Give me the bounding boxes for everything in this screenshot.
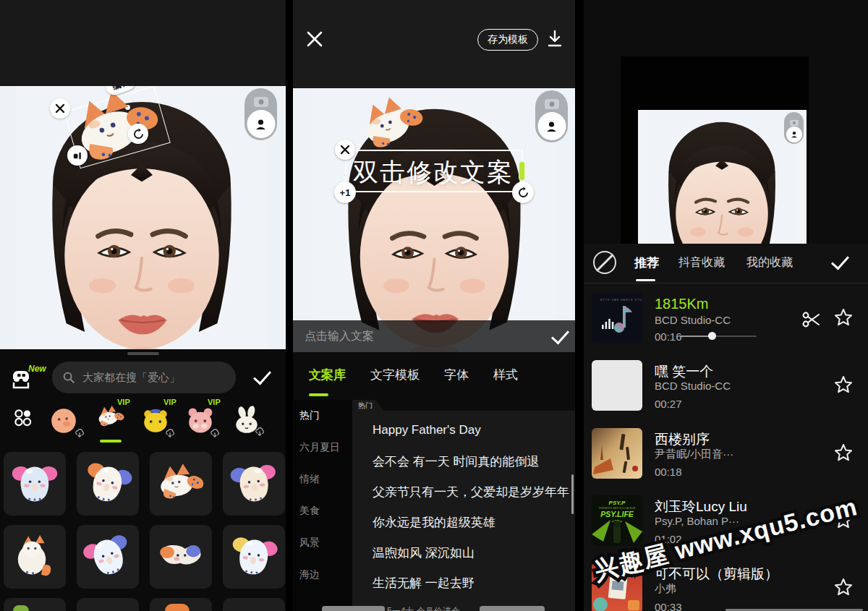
category-scenery[interactable]: 风景 xyxy=(293,527,352,559)
song-duration: 00:16 xyxy=(655,330,682,343)
song-artist: 小弗 xyxy=(655,582,676,596)
confirm-text-button[interactable] xyxy=(551,326,569,345)
sticker-item[interactable] xyxy=(77,598,139,611)
editor-canvas[interactable]: 双击修改文案 +1 xyxy=(293,88,575,352)
partial-sticker xyxy=(165,604,190,611)
favorite-icon[interactable] xyxy=(833,375,854,395)
phrase-item[interactable]: 会不会 有一天 时间真的能倒退 xyxy=(373,453,539,470)
text-input-bar[interactable]: 点击输入文案 xyxy=(293,320,575,352)
album-art[interactable]: BYTE DAN DANCE STUDIO xyxy=(592,293,642,343)
favorite-icon[interactable] xyxy=(833,307,854,328)
close-icon xyxy=(54,103,66,114)
sticker-item[interactable] xyxy=(223,452,285,516)
rotate-sticker-button[interactable] xyxy=(128,124,148,144)
category-june-summer[interactable]: 六月夏日 xyxy=(293,432,352,463)
sticker-item[interactable] xyxy=(77,452,139,516)
download-sticker-icon xyxy=(255,427,265,437)
sticker-category-fox[interactable] xyxy=(94,403,124,434)
category-hot[interactable]: 热门 xyxy=(293,400,352,432)
camera-switch-control[interactable] xyxy=(244,88,277,140)
favorite-icon[interactable] xyxy=(833,443,854,463)
rotate-icon xyxy=(132,128,145,140)
close-icon xyxy=(339,144,351,155)
song-title[interactable]: 西楼别序 xyxy=(655,430,710,449)
sticker-shop-button[interactable]: New xyxy=(9,364,43,393)
song-artist: BCD Studio-CC xyxy=(655,314,731,326)
download-icon[interactable] xyxy=(545,29,564,49)
tab-style[interactable]: 样式 xyxy=(493,367,518,383)
active-tab-underline xyxy=(636,279,655,281)
phrase-item[interactable]: 生活无解 一起去野 xyxy=(373,575,475,591)
vip-badge: VIP xyxy=(163,398,176,406)
sticker-search-bar[interactable]: 大家都在搜「爱心」 xyxy=(52,362,236,393)
sticker-manage-icon[interactable] xyxy=(13,407,33,428)
divider xyxy=(584,283,868,283)
phrase-item[interactable]: 你永远是我的超级英雄 xyxy=(373,514,495,531)
sticker-item[interactable] xyxy=(223,598,285,611)
tab-douyin-favorites[interactable]: 抖音收藏 xyxy=(678,255,725,270)
sticker-item[interactable] xyxy=(150,452,212,516)
tab-my-favorites[interactable]: 我的收藏 xyxy=(746,255,793,270)
tab-text-template[interactable]: 文字模板 xyxy=(370,367,420,383)
selected-category-underline xyxy=(100,440,122,443)
hot-section-tag: 热门 xyxy=(352,400,384,411)
scrollbar[interactable] xyxy=(571,474,574,514)
tab-recommended[interactable]: 推荐 xyxy=(634,255,659,271)
sticker-audio-button[interactable] xyxy=(67,145,88,166)
drag-handle[interactable] xyxy=(127,352,159,355)
song-title[interactable]: 刘玉玲Lucy Liu xyxy=(655,497,747,516)
album-art[interactable] xyxy=(592,360,642,411)
rotate-icon xyxy=(517,187,529,199)
phrase-list: Happy Father's Day 会不会 有一天 时间真的能倒退 父亲节只有… xyxy=(352,411,575,611)
song-duration: 00:18 xyxy=(655,466,682,478)
camera-switch-control[interactable] xyxy=(784,112,804,144)
category-mood[interactable]: 情绪 xyxy=(293,463,352,495)
category-seaside[interactable]: 海边 xyxy=(293,559,352,591)
save-as-template-button[interactable]: 存为模板 xyxy=(477,29,538,51)
tab-copy-library[interactable]: 文案库 xyxy=(309,367,346,383)
person-icon xyxy=(545,119,559,134)
album-art[interactable]: PSY.PPRESENTS NEW SOLO ALBUMPSY.LIFE<2S> xyxy=(592,495,642,546)
song-title[interactable]: 1815Km xyxy=(655,296,709,312)
editor-top-bar: 存为模板 xyxy=(293,0,575,88)
vip-badge: VIP xyxy=(208,398,221,406)
trim-slider-knob[interactable] xyxy=(708,332,716,340)
album-art[interactable] xyxy=(592,428,642,479)
song-title[interactable]: 嘿 笑一个 xyxy=(655,362,713,381)
phrase-item[interactable]: 温煦如风 深沉如山 xyxy=(373,544,475,561)
search-icon xyxy=(62,371,75,384)
phrase-item[interactable]: 父亲节只有一天，父爱却是岁岁年年 xyxy=(373,484,569,500)
download-sticker-icon xyxy=(210,429,220,438)
sticker-item[interactable] xyxy=(4,452,66,516)
music-toolbar: 推荐 抖音收藏 我的收藏 xyxy=(584,244,868,283)
partial-banner-text: 5一4十 会员价进会 xyxy=(387,606,477,611)
person-icon xyxy=(790,130,799,139)
delete-sticker-button[interactable] xyxy=(50,98,70,119)
text-overlay[interactable]: 双击修改文案 xyxy=(353,155,514,189)
sticker-item[interactable] xyxy=(4,525,66,589)
partial-banner-chip xyxy=(480,606,545,611)
camera-switch-control[interactable] xyxy=(535,90,568,142)
category-food[interactable]: 美食 xyxy=(293,495,352,527)
song-artist: 尹昔眠/小田音··· xyxy=(655,448,733,461)
delete-text-button[interactable] xyxy=(335,140,355,160)
left-camera-preview[interactable]: 编辑 xyxy=(0,86,286,349)
trim-music-icon[interactable] xyxy=(801,309,822,330)
no-music-icon[interactable] xyxy=(593,251,616,274)
close-editor-icon[interactable] xyxy=(305,30,324,48)
video-preview[interactable] xyxy=(638,110,807,244)
song-duration: 00:33 xyxy=(655,601,682,611)
confirm-music-button[interactable] xyxy=(831,252,849,270)
favorite-icon[interactable] xyxy=(833,577,854,597)
sticker-item[interactable] xyxy=(223,525,285,589)
svg-text:PRESENTS NEW SOLO ALBUM: PRESENTS NEW SOLO ALBUM xyxy=(599,507,635,510)
phrase-item[interactable]: Happy Father's Day xyxy=(373,423,481,437)
sticker-audio-icon xyxy=(72,150,83,161)
rotate-text-button[interactable] xyxy=(512,181,534,203)
text-panel-tabs: 文案库 文字模板 字体 样式 xyxy=(309,367,518,383)
tab-font[interactable]: 字体 xyxy=(444,367,469,383)
sticker-item[interactable] xyxy=(150,525,212,589)
add-text-button[interactable]: +1 xyxy=(334,181,356,203)
confirm-sticker-button[interactable] xyxy=(253,367,271,385)
sticker-item[interactable] xyxy=(77,525,139,589)
